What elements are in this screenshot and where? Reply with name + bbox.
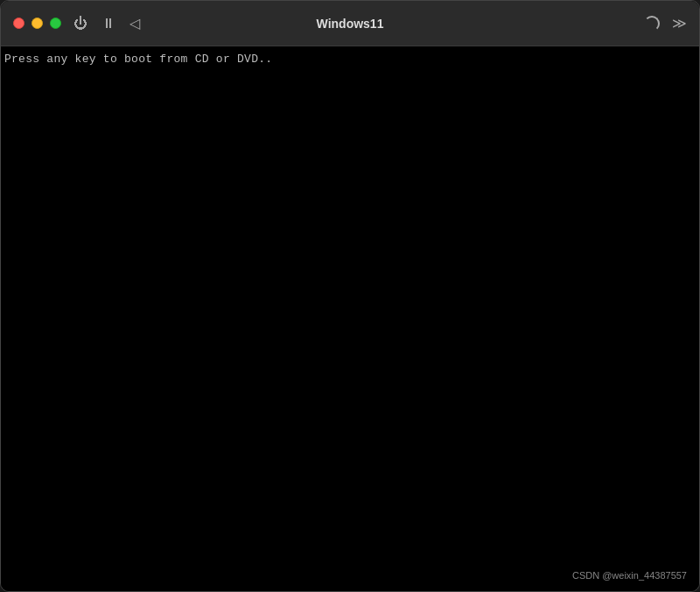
terminal-line-1: Press any key to boot from CD or DVD.. xyxy=(4,52,696,67)
titlebar-controls-right: ≫ xyxy=(644,15,687,32)
watermark: CSDN @weixin_44387557 xyxy=(572,570,687,581)
minimize-button[interactable] xyxy=(32,18,43,29)
pause-icon[interactable]: ⏸ xyxy=(102,16,116,32)
power-icon[interactable]: ⏻ xyxy=(74,16,88,32)
back-icon[interactable]: ◁ xyxy=(130,15,140,32)
window-title: Windows11 xyxy=(317,17,384,31)
window: ⏻ ⏸ ◁ Windows11 ≫ Press any key to boot … xyxy=(0,0,700,592)
traffic-lights xyxy=(13,18,61,29)
maximize-button[interactable] xyxy=(50,18,61,29)
close-button[interactable] xyxy=(13,18,24,29)
loading-spinner xyxy=(644,16,660,32)
terminal-content: Press any key to boot from CD or DVD.. C… xyxy=(1,46,699,591)
titlebar: ⏻ ⏸ ◁ Windows11 ≫ xyxy=(1,1,699,46)
forward-icon[interactable]: ≫ xyxy=(672,15,687,32)
titlebar-controls-left: ⏻ ⏸ ◁ xyxy=(74,15,140,32)
